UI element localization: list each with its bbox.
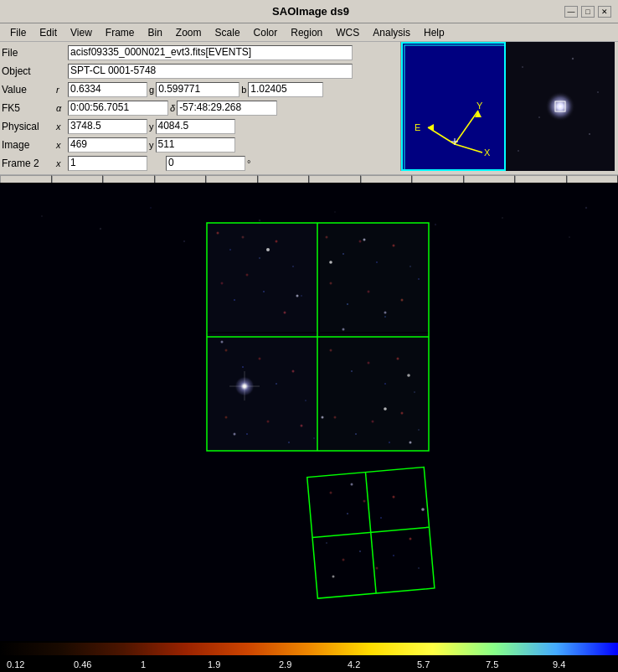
file-label: File (2, 47, 56, 59)
svg-point-68 (330, 349, 332, 352)
svg-point-71 (384, 383, 386, 385)
svg-point-12 (522, 66, 523, 68)
fk5-alpha: α (56, 103, 68, 113)
galaxy-preview (506, 42, 615, 171)
image-y[interactable]: 511 (156, 137, 235, 152)
frame-y[interactable]: 0 (166, 156, 245, 171)
svg-rect-8 (404, 45, 506, 171)
svg-point-14 (597, 91, 599, 93)
svg-point-89 (363, 239, 366, 241)
b-label: b (241, 85, 246, 95)
cb-label-1: 0.46 (74, 659, 91, 669)
svg-rect-36 (207, 333, 318, 451)
svg-point-63 (242, 366, 244, 368)
svg-point-18 (545, 91, 575, 121)
svg-point-98 (234, 433, 236, 436)
menu-file[interactable]: File (3, 25, 33, 40)
frame-x[interactable]: 1 (68, 156, 147, 171)
svg-point-66 (292, 370, 295, 373)
cb-label-3: 1.9 (208, 659, 220, 669)
fk5-ra[interactable]: 0:00:56.7051 (68, 101, 168, 116)
svg-point-43 (292, 266, 294, 267)
main-canvas[interactable] (0, 183, 618, 641)
value-b[interactable]: 1.02405 (248, 82, 323, 97)
svg-point-77 (288, 442, 290, 443)
svg-point-54 (393, 245, 395, 247)
svg-point-69 (351, 370, 353, 372)
galaxy-svg (506, 42, 615, 171)
svg-point-70 (368, 362, 370, 364)
physical-y-label: y (149, 121, 154, 132)
svg-rect-37 (320, 333, 429, 451)
window-title: SAOImage ds9 (57, 5, 564, 18)
svg-point-112 (393, 555, 394, 556)
svg-point-21 (41, 215, 43, 217)
file-value[interactable]: acisf09335_000N021_evt3.fits[EVENTS] (68, 45, 353, 60)
svg-point-53 (376, 261, 378, 263)
preview-area: Y X E (400, 42, 618, 171)
menubar: File Edit View Frame Bin Zoom Scale Colo… (0, 23, 618, 42)
svg-point-46 (246, 274, 249, 277)
svg-point-52 (359, 240, 362, 243)
svg-point-60 (401, 299, 404, 302)
menu-analysis[interactable]: Analysis (366, 25, 417, 40)
menu-zoom[interactable]: Zoom (169, 25, 209, 40)
svg-point-113 (409, 538, 412, 540)
fk5-delta: δ (170, 103, 175, 113)
menu-color[interactable]: Color (247, 25, 285, 40)
svg-point-25 (259, 220, 260, 221)
svg-point-80 (334, 416, 337, 419)
menu-help[interactable]: Help (417, 25, 451, 40)
svg-point-116 (421, 508, 425, 511)
astro-image[interactable] (0, 183, 618, 641)
image-x[interactable]: 469 (68, 137, 147, 152)
menu-scale[interactable]: Scale (209, 25, 247, 40)
menu-bin[interactable]: Bin (142, 25, 169, 40)
object-value[interactable]: SPT-CL 0001-5748 (68, 64, 353, 79)
menu-view[interactable]: View (64, 25, 99, 40)
cb-label-4: 2.9 (279, 659, 291, 669)
svg-point-28 (435, 224, 436, 225)
svg-point-48 (284, 312, 286, 314)
svg-point-85 (418, 429, 420, 431)
svg-point-106 (380, 517, 382, 519)
value-sub: r (56, 85, 68, 95)
physical-x-sub: x (56, 121, 68, 132)
menu-region[interactable]: Region (284, 25, 329, 40)
minimize-button[interactable]: — (564, 6, 578, 18)
svg-point-105 (363, 500, 366, 503)
physical-x[interactable]: 3748.5 (68, 119, 147, 134)
value-g[interactable]: 0.599771 (156, 82, 239, 97)
svg-point-56 (330, 282, 332, 285)
svg-point-79 (313, 437, 315, 439)
physical-y[interactable]: 4084.5 (156, 119, 235, 134)
svg-text:E: E (415, 122, 420, 132)
svg-point-44 (221, 282, 224, 285)
object-label: Object (2, 65, 56, 77)
svg-point-78 (301, 425, 303, 427)
maximize-button[interactable]: □ (581, 6, 595, 18)
svg-line-4 (455, 144, 482, 152)
cb-label-5: 4.2 (348, 659, 360, 669)
svg-point-94 (407, 374, 410, 377)
menu-edit[interactable]: Edit (33, 25, 64, 40)
value-label: Value (2, 84, 56, 96)
menu-wcs[interactable]: WCS (329, 25, 366, 40)
value-r[interactable]: 0.6334 (68, 82, 147, 97)
svg-point-45 (234, 299, 235, 301)
svg-point-91 (296, 295, 299, 297)
svg-point-29 (502, 217, 503, 219)
svg-point-42 (276, 240, 278, 243)
svg-point-81 (355, 433, 357, 435)
fk5-dec[interactable]: -57:48:29.268 (177, 101, 277, 116)
svg-point-17 (518, 150, 519, 152)
cb-label-8: 9.4 (553, 659, 565, 669)
colorbar-container: 0.12 0.46 1 1.9 2.9 4.2 5.7 7.5 9.4 (0, 643, 618, 672)
cb-label-2: 1 (141, 659, 146, 669)
svg-point-107 (393, 496, 395, 499)
close-button[interactable]: ✕ (598, 6, 611, 18)
svg-point-84 (401, 412, 404, 415)
svg-point-38 (217, 232, 219, 235)
menu-frame[interactable]: Frame (99, 25, 142, 40)
svg-point-40 (242, 236, 245, 239)
